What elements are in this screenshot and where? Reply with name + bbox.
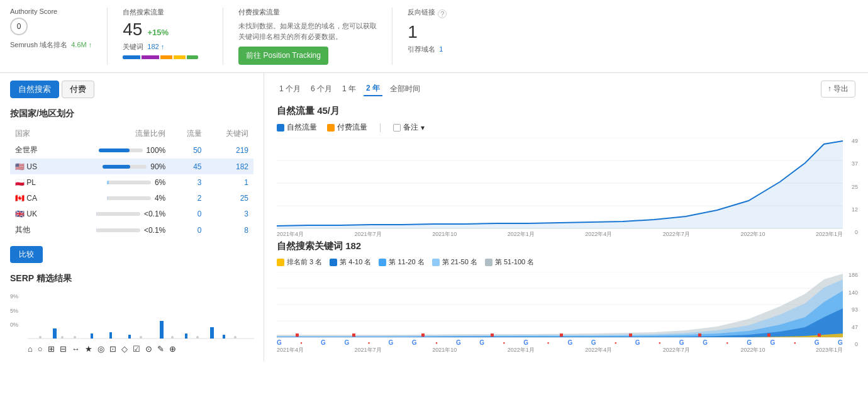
serp-y-5: 5%	[10, 304, 18, 318]
top-metrics-bar: Authority Score 0 Semrush 域名排名 4.6M ↑ 自然…	[0, 0, 868, 73]
tab-paid[interactable]: 付费	[62, 81, 94, 98]
x-2023-1: 2023年1月	[816, 230, 843, 238]
svg-rect-3	[109, 332, 112, 339]
svg-point-12	[140, 336, 142, 339]
traffic-value: 45	[170, 159, 206, 174]
svg-marker-21	[277, 141, 843, 228]
flag-3: ▪	[435, 340, 437, 346]
flag-6: ▪	[615, 340, 616, 346]
time-1month[interactable]: 1 个月	[277, 82, 303, 96]
table-row[interactable]: 🇺🇸 US 90% 45182	[10, 159, 253, 174]
col-traffic: 流量	[170, 126, 206, 142]
g-icon-14: G	[747, 339, 752, 346]
table-row[interactable]: 全世界 100% 50219	[10, 142, 253, 159]
authority-value: 0	[17, 22, 21, 31]
kw-y-93: 93	[849, 306, 858, 313]
svg-rect-32	[296, 333, 299, 337]
country-name: 全世界	[10, 142, 57, 159]
time-1year[interactable]: 1 年	[340, 82, 359, 96]
compare-button[interactable]: 比较	[10, 246, 43, 263]
legend-divider	[380, 123, 381, 132]
kw-legend-21-50-label: 第 21-50 名	[442, 257, 477, 267]
country-section-title: 按国家/地区划分	[10, 108, 253, 120]
serp-icons-row: ⌂ ○ ⊞ ⊟ ↔ ★ ◎ ⊡ ◇ ☑ ⊙ ✎ ⊕	[28, 344, 253, 354]
kw-legend-11-20-color	[379, 259, 386, 266]
traffic-value: 2	[170, 190, 206, 206]
g-icon-9: G	[567, 339, 572, 346]
kw-y-186: 186	[849, 272, 858, 278]
country-flag: 🇺🇸	[15, 162, 25, 171]
legend-notes-icon	[393, 124, 401, 132]
country-name: 🇺🇸 US	[10, 159, 57, 174]
country-flag: 🇬🇧	[15, 210, 25, 218]
table-row[interactable]: 🇬🇧 UK <0.1% 03	[10, 206, 253, 221]
kw-x-2022-4: 2022年4月	[585, 346, 612, 354]
table-row[interactable]: 其他 <0.1% 08	[10, 221, 253, 238]
right-panel: 1 个月 6 个月 1 年 2 年 全部时间 ↑ 导出 自然流量 45/月 自然…	[264, 73, 868, 361]
g-icon-1: G	[277, 339, 282, 346]
backlinks-value: 1	[408, 22, 481, 42]
table-row[interactable]: 🇵🇱 PL 6% 31	[10, 174, 253, 190]
y-label-0: 0	[852, 229, 858, 235]
g-icon-16: G	[815, 339, 820, 346]
kw-legend-51-100: 第 51-100 名	[485, 257, 534, 267]
flag-4: ▪	[503, 340, 505, 346]
paid-traffic-label: 付费搜索流量	[238, 8, 377, 17]
kw-x-2021-7: 2021年7月	[355, 346, 382, 354]
time-6months[interactable]: 6 个月	[308, 82, 335, 96]
time-2years[interactable]: 2 年	[364, 82, 382, 96]
backlinks-label: 反向链接	[408, 8, 435, 17]
x-2021-4: 2021年4月	[277, 230, 304, 238]
traffic-chart-wrapper: 49 37 25 12 0 2021年4月 2021	[277, 138, 855, 235]
g-icon-11: G	[635, 339, 640, 346]
svg-rect-34	[421, 333, 425, 337]
backlinks-block: 反向链接 ? 1 引荐域名 1	[408, 8, 496, 65]
legend-organic-color	[277, 124, 284, 132]
svg-rect-37	[629, 333, 632, 337]
col-keywords: 关键词	[207, 126, 253, 142]
svg-point-15	[234, 336, 236, 339]
time-all[interactable]: 全部时间	[387, 82, 423, 96]
x-2022-7: 2022年7月	[663, 230, 690, 238]
x-2022-10: 2022年10	[740, 230, 765, 238]
table-row[interactable]: 🇨🇦 CA 4% 225	[10, 190, 253, 206]
keywords-x-labels: 2021年4月 2021年7月 2021年10 2022年1月 2022年4月 …	[277, 346, 855, 354]
export-button[interactable]: ↑ 导出	[821, 81, 855, 98]
kw-legend-51-100-label: 第 51-100 名	[495, 257, 534, 267]
keywords-value: 8	[207, 221, 253, 238]
authority-score-label: Authority Score	[10, 8, 92, 15]
g-icon-8: G	[523, 339, 528, 346]
ref-domains-sub: 引荐域名 1	[408, 45, 481, 54]
traffic-chart-title: 自然流量 45/月	[277, 105, 855, 117]
g-icon-13: G	[703, 339, 708, 346]
tab-organic[interactable]: 自然搜索	[10, 81, 59, 98]
flag-2: ▪	[368, 340, 370, 346]
legend-paid-color	[327, 124, 335, 132]
g-icon-5: G	[412, 339, 417, 346]
legend-paid-label: 付费流量	[337, 122, 367, 133]
time-controls: 1 个月 6 个月 1 年 2 年 全部时间 ↑ 导出	[277, 81, 855, 98]
traffic-bar-cell: 6%	[57, 174, 170, 190]
g-icon-17: G	[838, 339, 843, 346]
svg-point-9	[39, 336, 42, 339]
traffic-bar-cell: <0.1%	[57, 206, 170, 221]
keywords-value: 182	[207, 159, 253, 174]
organic-traffic-value: 45	[123, 20, 142, 40]
position-tracking-btn[interactable]: 前往 Position Tracking	[238, 47, 328, 65]
kw-x-2021-10: 2021年10	[432, 346, 457, 354]
keywords-chart-legend: 排名前 3 名 第 4-10 名 第 11-20 名 第 21-50 名 第 5…	[277, 257, 855, 267]
traffic-chart-legend: 自然流量 付费流量 备注 ▾	[277, 122, 855, 133]
kw-y-0: 0	[849, 341, 858, 347]
organic-traffic-change: +15%	[147, 28, 169, 37]
semrush-rank: Semrush 域名排名 4.6M ↑	[10, 40, 92, 50]
g-icon-10: G	[591, 339, 596, 346]
kw-x-2022-10: 2022年10	[740, 346, 765, 354]
keywords-chart-title: 自然搜索关键词 182	[277, 240, 855, 252]
flag-8: ▪	[726, 340, 728, 346]
y-label-49: 49	[852, 138, 858, 144]
y-label-37: 37	[852, 160, 858, 167]
kw-y-47: 47	[849, 324, 858, 330]
kw-legend-11-20-label: 第 11-20 名	[389, 257, 424, 267]
svg-point-10	[61, 336, 64, 339]
keywords-chart-wrapper: 186 140 93 47 0	[277, 272, 855, 347]
